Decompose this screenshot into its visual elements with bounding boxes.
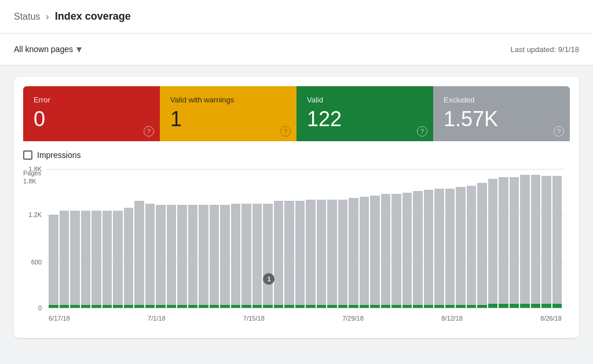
- bar-gray: [199, 205, 208, 305]
- bar-green: [81, 305, 91, 308]
- bar-gray: [499, 177, 508, 303]
- bar-group: [274, 169, 284, 308]
- bar-group: [199, 169, 208, 308]
- bar-gray: [231, 204, 241, 305]
- bar-group: [177, 169, 187, 308]
- bar-gray: [274, 201, 284, 305]
- bar-gray: [49, 215, 58, 305]
- bar-group: [381, 169, 391, 308]
- bar-group: [531, 169, 541, 308]
- bar-green: [156, 305, 166, 308]
- chart-container: Pages 1.8K 1.8K 1.2K 600: [23, 169, 570, 331]
- bar-group: [488, 169, 498, 308]
- bar-green: [199, 305, 208, 308]
- tile-error[interactable]: Error 0 ?: [23, 86, 160, 141]
- x-labels: 6/17/18 7/1/18 7/15/18 7/29/18 8/12/18 8…: [46, 315, 564, 322]
- bar-group: [263, 169, 273, 308]
- bar-group: [188, 169, 198, 308]
- bar-green: [231, 305, 241, 308]
- impressions-checkbox[interactable]: [23, 150, 32, 160]
- tile-error-count: 0: [34, 109, 149, 130]
- bar-group: [456, 169, 466, 308]
- tile-excluded[interactable]: Excluded 1.57K ?: [433, 86, 570, 141]
- breadcrumb-chevron: ›: [46, 12, 49, 22]
- filter-dropdown[interactable]: All known pages ▾: [14, 41, 82, 58]
- bar-green: [552, 304, 562, 308]
- bar-green: [467, 305, 477, 308]
- bar-gray: [434, 189, 444, 306]
- bar-gray: [167, 205, 177, 305]
- bar-group: [413, 169, 423, 308]
- filter-label: All known pages: [14, 45, 73, 54]
- help-icon-warning[interactable]: ?: [280, 126, 291, 137]
- bar-group: [284, 169, 294, 308]
- bar-gray: [370, 196, 380, 306]
- bar-group: [306, 169, 316, 308]
- bar-group: [210, 169, 219, 308]
- y-tick-600: 600: [31, 259, 42, 266]
- bar-group: [252, 169, 262, 308]
- tile-valid[interactable]: Valid 122 ?: [296, 86, 433, 141]
- bar-gray: [81, 211, 91, 305]
- page-header: Status › Index coverage: [0, 0, 593, 34]
- x-label-5: 8/12/18: [441, 315, 463, 322]
- bar-group: [49, 169, 58, 308]
- bar-green: [456, 305, 466, 308]
- bar-gray: [510, 177, 519, 303]
- bar-group: [317, 169, 327, 308]
- bar-group: [510, 169, 519, 308]
- bar-group: [391, 169, 401, 308]
- bar-green: [306, 305, 316, 308]
- toolbar: All known pages ▾ Last updated: 9/1/18: [0, 34, 593, 65]
- bar-gray: [70, 211, 80, 305]
- bar-green: [220, 305, 230, 308]
- bar-group: [349, 169, 358, 308]
- bar-group: [520, 169, 530, 308]
- bar-gray: [541, 176, 551, 304]
- bar-gray: [531, 175, 541, 304]
- bar-group: [295, 169, 305, 308]
- bar-green: [295, 305, 305, 308]
- help-icon-valid[interactable]: ?: [417, 126, 427, 137]
- bar-green: [49, 305, 58, 308]
- bar-green: [327, 305, 337, 308]
- bar-green: [381, 305, 391, 308]
- help-icon-excluded[interactable]: ?: [554, 126, 564, 137]
- bar-green: [477, 305, 487, 308]
- bar-gray: [103, 211, 112, 305]
- bar-group: [113, 169, 123, 308]
- bar-group: [424, 169, 434, 308]
- bar-group: [402, 169, 412, 308]
- bar-green: [402, 305, 412, 308]
- bar-gray: [445, 189, 455, 306]
- bar-gray: [210, 205, 219, 305]
- gridline-bottom: 0: [46, 308, 564, 308]
- help-icon-error[interactable]: ?: [144, 126, 154, 137]
- tile-excluded-label: Excluded: [444, 95, 559, 104]
- bar-group: [145, 169, 155, 308]
- bar-gray: [424, 190, 434, 305]
- bar-gray: [284, 201, 294, 305]
- chart-section: Impressions Pages 1.8K 1.8K 1.: [14, 141, 579, 338]
- bar-gray: [295, 201, 305, 305]
- bar-gray: [402, 193, 412, 305]
- breadcrumb-status[interactable]: Status: [14, 12, 40, 22]
- bar-gray: [327, 200, 337, 305]
- bar-green: [338, 305, 348, 308]
- x-label-4: 7/29/18: [342, 315, 364, 322]
- bar-group: [434, 169, 444, 308]
- bar-green: [124, 305, 134, 308]
- bar-green: [531, 304, 541, 308]
- bar-group: [499, 169, 508, 308]
- bar-green: [434, 305, 444, 308]
- tile-warning-label: Valid with warnings: [170, 95, 286, 104]
- bar-green: [241, 305, 251, 308]
- bar-gray: [220, 205, 230, 305]
- bar-green: [413, 305, 423, 308]
- bar-gray: [317, 200, 327, 305]
- bar-group: [220, 169, 230, 308]
- bar-gray: [91, 211, 101, 305]
- impressions-toggle[interactable]: Impressions: [23, 150, 570, 160]
- bar-group: [445, 169, 455, 308]
- tile-warning[interactable]: Valid with warnings 1 ?: [160, 86, 296, 141]
